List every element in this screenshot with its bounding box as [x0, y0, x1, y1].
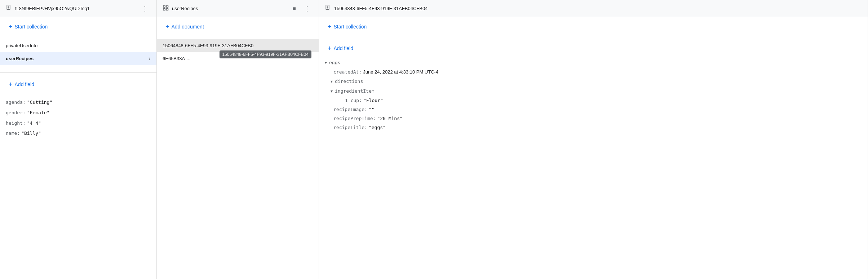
doc-item-2[interactable]: 6E65B33A-...: [157, 52, 319, 65]
collection-name-private: privateUserInfo: [6, 43, 151, 48]
panel-2-header: userRecipes ≡ ⋮: [157, 0, 319, 17]
expand-arrow-ingredient: ▾: [331, 89, 333, 94]
panel-3-content: + Add field ▾ eggs createdAt: June 24, 2…: [319, 36, 868, 279]
plus-icon-1: +: [9, 23, 13, 30]
val-recipetitle: "eggs": [369, 125, 386, 130]
field-val-gender: "Female": [27, 109, 50, 117]
panel-3: 15064848-6FF5-4F93-919F-31AFB04CFB04 + S…: [319, 0, 868, 279]
collection-name-userrecipes: userRecipes: [6, 56, 149, 61]
filter-btn[interactable]: ≡: [288, 3, 300, 14]
key-createdat: createdAt:: [333, 69, 362, 75]
val-recipepreptime: "20 Mins": [377, 116, 402, 121]
panel-1-more-btn[interactable]: ⋮: [139, 3, 151, 14]
field-key-height: height:: [6, 120, 26, 127]
field-name: name: "Billy": [6, 128, 151, 139]
field-ingredientitem-name: ingredientItem: [335, 88, 375, 94]
field-directions-name: directions: [335, 79, 363, 84]
plus-icon-add-doc: +: [165, 23, 169, 30]
field-recipetitle: recipeTitle: "eggs": [319, 123, 868, 132]
doc-icon-3: [325, 5, 331, 13]
field-val-agenda: "Cutting": [27, 99, 52, 106]
panel-3-add-field-row: + Add field: [319, 39, 868, 58]
panel-1-start-collection-row: + Start collection: [0, 17, 156, 36]
panel-3-start-collection-row: + Start collection: [319, 17, 868, 36]
key-recipetitle: recipeTitle:: [333, 125, 367, 130]
start-collection-btn-3[interactable]: + Start collection: [325, 22, 369, 31]
svg-rect-7: [167, 8, 168, 10]
panel-2-title: userRecipes: [172, 6, 285, 11]
start-collection-btn-1[interactable]: + Start collection: [6, 22, 50, 31]
field-1cup: 1 cup: "Flour": [319, 96, 868, 105]
field-val-name: "Billy": [21, 130, 41, 137]
field-createdat: createdAt: June 24, 2022 at 4:33:10 PM U…: [319, 67, 868, 76]
field-height: height: "4'4": [6, 118, 151, 129]
plus-icon-3: +: [328, 23, 332, 30]
plus-icon-add-field-1: +: [9, 81, 13, 88]
chevron-right-icon: ›: [149, 55, 151, 62]
field-eggs-row[interactable]: ▾ eggs: [319, 58, 868, 67]
svg-rect-5: [167, 5, 168, 7]
panel-2-add-doc-row: + Add document: [157, 17, 319, 36]
expand-arrow-eggs: ▾: [325, 60, 327, 65]
add-field-btn-3[interactable]: + Add field: [325, 44, 356, 53]
panel-2-more-btn[interactable]: ⋮: [301, 3, 313, 14]
svg-rect-4: [163, 5, 165, 7]
start-collection-label-1: Start collection: [15, 24, 48, 30]
panel-3-title: 15064848-6FF5-4F93-919F-31AFB04CFB04: [334, 6, 862, 11]
field-gender: gender: "Female": [6, 108, 151, 118]
collection-icon: [163, 5, 169, 13]
field-key-agenda: agenda:: [6, 99, 26, 106]
field-key-name: name:: [6, 130, 20, 137]
doc-icon-1: [6, 5, 12, 13]
plus-icon-add-field-3: +: [328, 45, 332, 52]
key-1cup: 1 cup:: [345, 98, 362, 103]
key-recipepreptime: recipePrepTime:: [333, 116, 376, 121]
panel-1-header: fL8Nf9EBlFPvHVjx95O2wQUDTcq1 ⋮: [0, 0, 156, 17]
doc-item-1[interactable]: 15064848-6FF5-4F93-919F-31AFB04CFB0 1506…: [157, 39, 319, 52]
panel-1: fL8Nf9EBlFPvHVjx95O2wQUDTcq1 ⋮ + Start c…: [0, 0, 157, 279]
field-recipepreptime: recipePrepTime: "20 Mins": [319, 114, 868, 123]
panel-1-actions: ⋮: [139, 3, 151, 14]
panel-1-content: privateUserInfo userRecipes › + Add fiel…: [0, 36, 156, 279]
field-directions-row[interactable]: ▾ directions: [319, 76, 868, 86]
field-ingredientitem-row[interactable]: ▾ ingredientItem: [319, 86, 868, 96]
val-createdat: June 24, 2022 at 4:33:10 PM UTC-4: [363, 69, 438, 75]
val-1cup: "Flour": [363, 98, 383, 103]
add-field-label-1: Add field: [15, 81, 34, 87]
doc-id-1: 15064848-6FF5-4F93-919F-31AFB04CFB0: [163, 43, 253, 48]
field-recipeimage: recipeImage: "": [319, 105, 868, 114]
panel-2: userRecipes ≡ ⋮ + Add document 15064848-…: [157, 0, 319, 279]
panel-2-actions: ≡ ⋮: [288, 3, 313, 14]
start-collection-label-3: Start collection: [334, 24, 367, 30]
field-eggs-name: eggs: [329, 60, 340, 65]
panel-1-title: fL8Nf9EBlFPvHVjx95O2wQUDTcq1: [15, 6, 136, 11]
panel-1-add-field-row: + Add field: [0, 76, 156, 94]
collection-item-private[interactable]: privateUserInfo: [0, 39, 156, 52]
add-field-label-3: Add field: [334, 45, 353, 51]
val-recipeimage: "": [369, 107, 375, 112]
expand-arrow-directions: ▾: [331, 79, 333, 84]
field-val-height: "4'4": [27, 120, 41, 127]
key-recipeimage: recipeImage:: [333, 107, 367, 112]
svg-rect-6: [163, 8, 165, 10]
field-agenda: agenda: "Cutting": [6, 97, 151, 108]
panel-3-header: 15064848-6FF5-4F93-919F-31AFB04CFB04: [319, 0, 868, 17]
field-key-gender: gender:: [6, 109, 26, 117]
add-document-btn[interactable]: + Add document: [163, 22, 207, 31]
collection-item-userrecipes[interactable]: userRecipes ›: [0, 52, 156, 65]
add-field-btn-1[interactable]: + Add field: [6, 80, 37, 89]
panel-1-fields: agenda: "Cutting" gender: "Female" heigh…: [0, 94, 156, 142]
add-document-label: Add document: [172, 24, 204, 30]
doc-id-2: 6E65B33A-...: [163, 56, 190, 61]
panel-2-content: 15064848-6FF5-4F93-919F-31AFB04CFB0 1506…: [157, 36, 319, 279]
